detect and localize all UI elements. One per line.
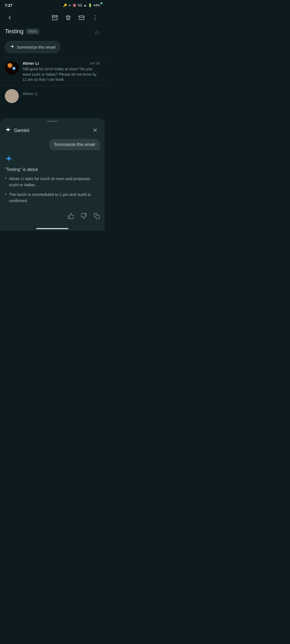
- bullet-dot-2: •: [5, 192, 6, 197]
- star-button[interactable]: ☆: [94, 28, 100, 37]
- gemini-star-icon: [5, 126, 11, 134]
- inbox-badge: Inbox: [26, 29, 39, 34]
- mute-icon: 🔇: [73, 3, 77, 7]
- feedback-row: [0, 207, 105, 221]
- email-date: Jun 28: [89, 61, 100, 65]
- user-message-bubble: Summarize this email: [49, 139, 100, 150]
- key-icon: 🔑: [63, 3, 67, 7]
- svg-rect-0: [52, 16, 57, 17]
- gemini-title: Gemini: [14, 128, 29, 133]
- gemini-title-row: Gemini: [5, 126, 29, 134]
- email-sender: Abner Li: [23, 61, 39, 65]
- gemini-header: Gemini ✕: [0, 123, 105, 139]
- bullet-text-1: Abner Li asks for lunch at noon and prop…: [9, 176, 100, 188]
- thumbs-up-button[interactable]: [68, 213, 74, 221]
- signal-icon: ▲: [84, 3, 87, 7]
- response-bullet-1: • Abner Li asks for lunch at noon and pr…: [5, 176, 100, 188]
- back-button[interactable]: [4, 12, 16, 24]
- email-meta: Abner Li Jun 28 Still good for lunch tod…: [23, 61, 100, 82]
- status-bar: 7:27 🔑 ✴ 🔇 5G ▲ 🔋 44%: [0, 0, 105, 10]
- gemini-response: "Testing" is about • Abner Li asks for l…: [0, 155, 105, 204]
- email-item-partial: Abner Li: [0, 86, 105, 106]
- summarize-button-label: Summarize this email: [17, 45, 55, 49]
- summarize-star-icon: [10, 44, 15, 50]
- mark-read-button[interactable]: [76, 12, 88, 24]
- gemini-response-star-icon: [5, 155, 100, 164]
- svg-rect-2: [96, 215, 99, 219]
- battery-icon: 🔋: [88, 3, 92, 7]
- avatar: [5, 61, 19, 75]
- bullet-dot-1: •: [5, 176, 6, 181]
- toolbar: ⋮: [0, 10, 105, 26]
- network-label: 5G: [78, 3, 82, 7]
- email-item[interactable]: Abner Li Jun 28 Still good for lunch tod…: [0, 57, 105, 86]
- user-message-row: Summarize this email: [0, 139, 105, 155]
- avatar-partial: [5, 89, 19, 103]
- response-bullet-2: • The lunch is rescheduled to 1 pm and s…: [5, 192, 100, 204]
- bottom-nav-bar: [36, 228, 68, 229]
- summarize-button[interactable]: Summarize this email: [5, 41, 60, 53]
- copy-button[interactable]: [93, 213, 100, 221]
- archive-button[interactable]: [49, 12, 61, 24]
- handle-bar: [47, 121, 58, 122]
- close-button[interactable]: ✕: [90, 126, 100, 135]
- email-subject: Testing: [5, 28, 24, 35]
- status-icons: 🔑 ✴ 🔇 5G ▲ 🔋 44%: [63, 3, 100, 7]
- more-button[interactable]: ⋮: [89, 12, 101, 24]
- email-preview: Still good for lunch today at noon? Do y…: [23, 67, 100, 82]
- status-time: 7:27: [5, 3, 12, 8]
- delete-button[interactable]: [62, 12, 74, 24]
- gemini-panel: Gemini ✕ Summarize this email "Testing" …: [0, 118, 105, 231]
- battery-label: 44%: [93, 3, 100, 7]
- email-header: Testing Inbox ☆: [0, 26, 105, 40]
- partial-sender-label: Abner Li: [23, 91, 38, 96]
- bullet-text-2: The lunch is rescheduled to 1 pm and sus…: [9, 192, 100, 204]
- thumbs-down-button[interactable]: [81, 213, 87, 221]
- response-summary-title: "Testing" is about: [5, 167, 100, 172]
- sheet-handle: [0, 118, 105, 123]
- bluetooth-icon: ✴: [68, 3, 71, 7]
